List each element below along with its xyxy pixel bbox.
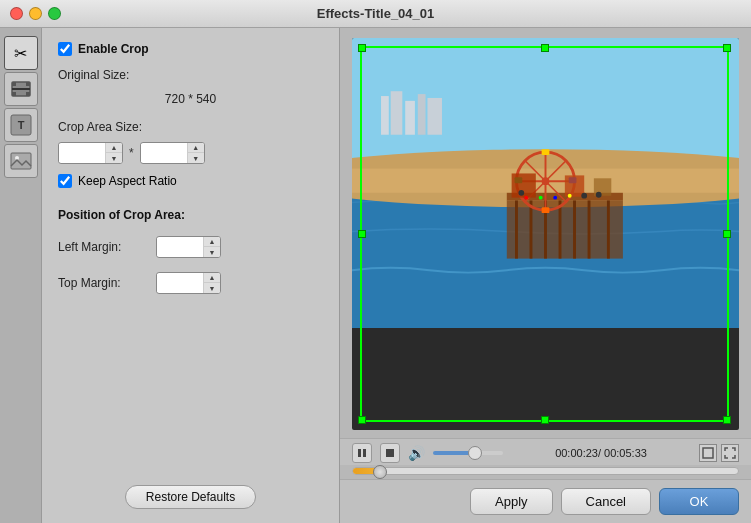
- sidebar-icon-image[interactable]: [4, 144, 38, 178]
- top-margin-row: Top Margin: 55 ▲ ▼: [58, 272, 323, 294]
- svg-rect-1: [12, 82, 16, 86]
- title-bar: Effects-Title_04_01: [0, 0, 751, 28]
- window-title: Effects-Title_04_01: [317, 6, 435, 21]
- stop-button[interactable]: [380, 443, 400, 463]
- fullscreen-button[interactable]: [721, 444, 739, 462]
- svg-rect-51: [703, 448, 713, 458]
- svg-rect-48: [358, 449, 361, 457]
- svg-point-45: [539, 196, 543, 200]
- crop-width-down[interactable]: ▼: [106, 153, 122, 163]
- minimize-button[interactable]: [29, 7, 42, 20]
- crop-width-up[interactable]: ▲: [106, 143, 122, 153]
- crop-width-input-group[interactable]: 621 ▲ ▼: [58, 142, 123, 164]
- top-margin-spinner[interactable]: ▲ ▼: [203, 273, 220, 293]
- top-margin-input-group[interactable]: 55 ▲ ▼: [156, 272, 221, 294]
- restore-defaults-area: Restore Defaults: [58, 469, 323, 509]
- volume-slider[interactable]: [433, 451, 503, 455]
- top-margin-label: Top Margin:: [58, 276, 148, 290]
- progress-track[interactable]: [352, 467, 739, 475]
- svg-text:T: T: [17, 119, 24, 131]
- cancel-button[interactable]: Cancel: [561, 488, 651, 515]
- top-margin-up[interactable]: ▲: [204, 273, 220, 283]
- ok-button[interactable]: OK: [659, 488, 739, 515]
- svg-rect-4: [26, 92, 30, 96]
- sidebar-icon-title[interactable]: T: [4, 108, 38, 142]
- sidebar-icon-film[interactable]: [4, 72, 38, 106]
- left-margin-label: Left Margin:: [58, 240, 148, 254]
- multiplier: *: [127, 146, 136, 160]
- svg-point-42: [581, 193, 587, 199]
- crop-height-spinner[interactable]: ▲ ▼: [187, 143, 204, 163]
- sidebar: ✂ T: [0, 28, 42, 523]
- enable-crop-label: Enable Crop: [78, 42, 149, 56]
- window-controls[interactable]: [10, 7, 61, 20]
- time-display: 00:00:23/ 00:05:33: [511, 447, 691, 459]
- position-label: Position of Crop Area:: [58, 208, 323, 222]
- svg-rect-50: [386, 449, 394, 457]
- main-content: ✂ T: [0, 28, 751, 523]
- sidebar-icon-scissors[interactable]: ✂: [4, 36, 38, 70]
- svg-rect-12: [391, 91, 403, 135]
- restore-defaults-button[interactable]: Restore Defaults: [125, 485, 256, 509]
- left-margin-input-group[interactable]: 74 ▲ ▼: [156, 236, 221, 258]
- crop-width-input[interactable]: 621: [59, 144, 105, 162]
- preview-area: [352, 38, 739, 430]
- volume-icon: 🔊: [408, 445, 425, 461]
- left-margin-spinner[interactable]: ▲ ▼: [203, 237, 220, 257]
- crop-handle-bottom-left[interactable]: [358, 416, 366, 424]
- svg-point-47: [568, 194, 572, 198]
- svg-rect-5: [12, 88, 30, 90]
- crop-width-spinner[interactable]: ▲ ▼: [105, 143, 122, 163]
- original-size-label: Original Size:: [58, 68, 323, 82]
- volume-thumb[interactable]: [468, 446, 482, 460]
- pause-button[interactable]: [352, 443, 372, 463]
- svg-rect-35: [542, 207, 550, 213]
- left-margin-row: Left Margin: 74 ▲ ▼: [58, 236, 323, 258]
- windowed-button[interactable]: [699, 444, 717, 462]
- crop-height-input-group[interactable]: 467 ▲ ▼: [140, 142, 205, 164]
- svg-rect-15: [427, 98, 442, 135]
- enable-crop-row: Enable Crop: [58, 42, 323, 56]
- progress-thumb[interactable]: [373, 465, 387, 479]
- playback-bar: 🔊 00:00:23/ 00:05:33: [340, 438, 751, 465]
- keep-aspect-ratio-checkbox[interactable]: [58, 174, 72, 188]
- original-size-value: 720 * 540: [58, 92, 323, 106]
- svg-rect-14: [418, 94, 426, 135]
- svg-point-46: [553, 196, 557, 200]
- svg-rect-13: [405, 101, 415, 135]
- keep-aspect-ratio-row: Keep Aspect Ratio: [58, 174, 323, 188]
- left-margin-input[interactable]: 74: [157, 238, 203, 256]
- crop-handle-bottom-middle[interactable]: [541, 416, 549, 424]
- progress-bar-area: [340, 465, 751, 479]
- crop-area-size-label: Crop Area Size:: [58, 120, 323, 134]
- right-panel: 🔊 00:00:23/ 00:05:33: [340, 28, 751, 523]
- crop-height-down[interactable]: ▼: [188, 153, 204, 163]
- keep-aspect-ratio-label: Keep Aspect Ratio: [78, 174, 177, 188]
- left-margin-up[interactable]: ▲: [204, 237, 220, 247]
- svg-rect-34: [542, 149, 550, 155]
- svg-rect-39: [565, 175, 584, 196]
- left-panel: Enable Crop Original Size: 720 * 540 Cro…: [42, 28, 340, 523]
- svg-rect-2: [26, 82, 30, 86]
- bottom-bar: Apply Cancel OK: [340, 479, 751, 523]
- left-margin-down[interactable]: ▼: [204, 247, 220, 257]
- svg-rect-11: [381, 96, 389, 135]
- top-margin-down[interactable]: ▼: [204, 283, 220, 293]
- crop-height-input[interactable]: 467: [141, 144, 187, 162]
- svg-rect-20: [507, 201, 623, 259]
- svg-point-44: [524, 196, 528, 200]
- svg-rect-3: [12, 92, 16, 96]
- apply-button[interactable]: Apply: [470, 488, 553, 515]
- close-button[interactable]: [10, 7, 23, 20]
- svg-point-41: [518, 190, 524, 196]
- crop-area-size-row: 621 ▲ ▼ * 467 ▲ ▼: [58, 142, 323, 164]
- svg-rect-8: [11, 153, 31, 169]
- maximize-button[interactable]: [48, 7, 61, 20]
- enable-crop-checkbox[interactable]: [58, 42, 72, 56]
- fullscreen-buttons: [699, 444, 739, 462]
- svg-rect-49: [363, 449, 366, 457]
- crop-height-up[interactable]: ▲: [188, 143, 204, 153]
- crop-handle-bottom-right[interactable]: [723, 416, 731, 424]
- svg-point-43: [596, 192, 602, 198]
- top-margin-input[interactable]: 55: [157, 274, 203, 292]
